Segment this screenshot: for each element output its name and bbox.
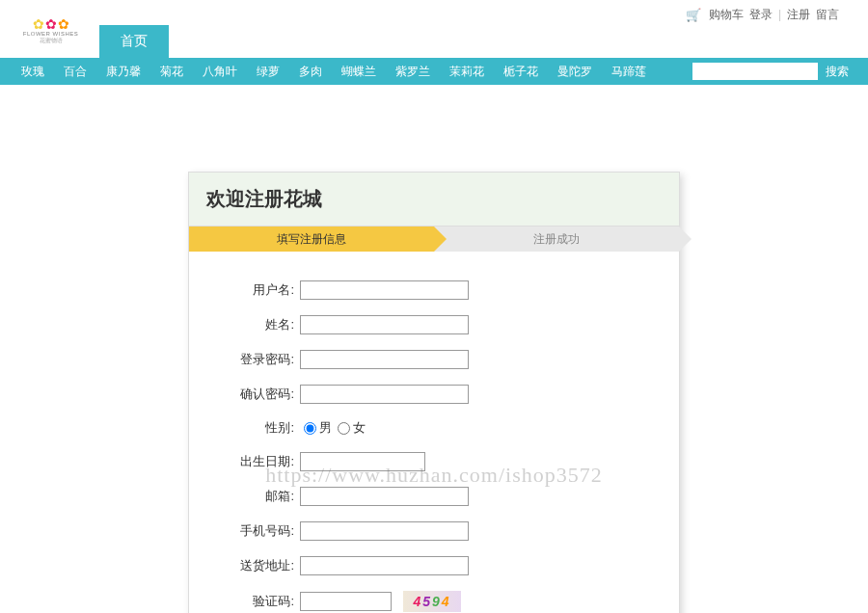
register-form: 用户名: 姓名: 登录密码: 确认密码: 性别: 男 女 出生日期: 邮箱: [189,252,679,612]
cat-link[interactable]: 多肉 [289,64,332,80]
cat-link[interactable]: 玫瑰 [12,64,54,80]
captcha-input[interactable] [300,592,392,611]
cart-link[interactable]: 购物车 [709,7,744,23]
female-label: 女 [353,419,366,437]
message-link[interactable]: 留言 [816,7,839,23]
cat-link[interactable]: 栀子花 [494,64,548,80]
cat-link[interactable]: 八角叶 [193,64,247,80]
username-input[interactable] [300,280,469,300]
header: ✿✿✿ FLOWER WISHES 花蜜物语 首页 [0,29,868,58]
cart-icon: 🛒 [686,8,701,22]
cat-link[interactable]: 紫罗兰 [386,64,440,80]
cat-link[interactable]: 马蹄莲 [602,64,656,80]
gender-female-radio[interactable] [338,422,350,435]
gender-male-radio[interactable] [304,422,316,435]
confirm-label: 确认密码: [208,386,300,403]
search-button[interactable]: 搜索 [826,64,849,80]
captcha-label: 验证码: [208,593,300,610]
male-label: 男 [319,419,332,437]
category-nav: 玫瑰 百合 康乃馨 菊花 八角叶 绿萝 多肉 蝴蝶兰 紫罗兰 茉莉花 栀子花 曼… [0,58,868,85]
cat-link[interactable]: 蝴蝶兰 [332,64,386,80]
logo[interactable]: ✿✿✿ FLOWER WISHES 花蜜物语 [14,10,87,53]
register-link[interactable]: 注册 [787,7,810,23]
cat-link[interactable]: 康乃馨 [96,64,150,80]
gender-label: 性别: [208,419,300,437]
step-success: 注册成功 [434,227,679,252]
name-label: 姓名: [208,316,300,333]
panel-title: 欢迎注册花城 [189,173,679,227]
cat-link[interactable]: 绿萝 [247,64,289,80]
cat-link[interactable]: 百合 [54,64,96,80]
logo-flowers-icon: ✿✿✿ [33,17,69,31]
confirm-input[interactable] [300,385,469,404]
steps: 填写注册信息 注册成功 [189,227,679,252]
cat-link[interactable]: 茉莉花 [440,64,494,80]
username-label: 用户名: [208,281,300,299]
register-panel: 欢迎注册花城 填写注册信息 注册成功 用户名: 姓名: 登录密码: 确认密码: … [188,172,680,613]
birthday-label: 出生日期: [208,453,300,470]
search-box: 搜索 [692,63,868,80]
name-input[interactable] [300,315,469,334]
captcha-image[interactable]: 4594 [403,591,461,612]
logo-subtitle: 花蜜物语 [40,37,63,45]
step-fill-info: 填写注册信息 [189,227,434,252]
address-label: 送货地址: [208,557,300,574]
home-button[interactable]: 首页 [99,25,169,58]
search-input[interactable] [692,63,818,80]
birthday-input[interactable] [300,452,425,471]
email-label: 邮箱: [208,488,300,505]
cat-link[interactable]: 菊花 [150,64,193,80]
login-link[interactable]: 登录 [749,7,773,23]
cat-link[interactable]: 曼陀罗 [548,64,602,80]
password-label: 登录密码: [208,351,300,368]
password-input[interactable] [300,350,469,369]
phone-label: 手机号码: [208,522,300,540]
email-input[interactable] [300,487,469,506]
separator: | [778,8,781,21]
phone-input[interactable] [300,521,469,541]
gender-group: 男 女 [300,419,366,437]
address-input[interactable] [300,556,469,575]
